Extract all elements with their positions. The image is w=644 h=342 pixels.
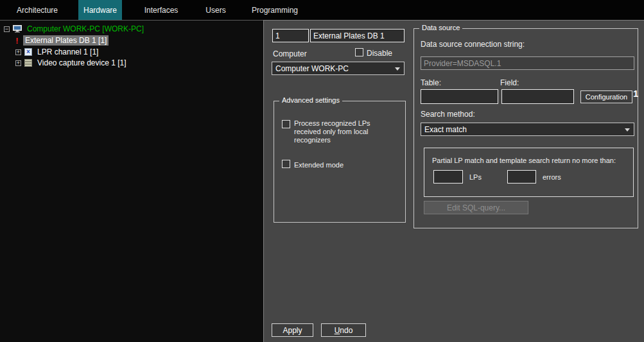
tab-users[interactable]: Users [200,0,231,20]
errors-limit-input[interactable] [507,170,536,184]
process-local-lps-checkbox[interactable] [282,120,290,128]
chevron-down-icon [395,67,400,71]
expand-toggle-icon[interactable]: + [15,60,21,66]
errors-label: errors [543,173,561,182]
partial-match-label: Partial LP match and template search ret… [432,157,616,165]
tree-item-label: Video capture device 1 [1] [35,58,128,68]
apply-button[interactable]: Apply [272,323,313,337]
menu-bar: Architecture Hardware Interfaces Users P… [0,0,644,20]
object-id-input[interactable] [272,29,309,42]
tree-item-lpr-channel[interactable]: + × LPR channel 1 [1] [15,47,100,57]
annotation-1: 1 [633,88,638,99]
tree-item-video-capture-device[interactable]: + Video capture device 1 [1] [15,58,128,68]
configuration-button[interactable]: Configuration [580,90,632,103]
tree-item-label: Computer WORK-PC [WORK-PC] [25,24,146,34]
search-method-label: Search method: [421,110,475,119]
undo-button[interactable]: Undo [321,323,366,337]
tree-item-computer[interactable]: − Computer WORK-PC [WORK-PC] [4,24,146,34]
tree-item-external-plates-db[interactable]: ! External Plates DB 1 [1] [14,35,109,46]
computer-icon [13,25,22,33]
application-window: Architecture Hardware Interfaces Users P… [0,0,644,342]
computer-select-value: Computer WORK-PC [275,64,349,73]
search-method-select[interactable]: Exact match [421,123,634,136]
field-input[interactable] [501,89,574,104]
video-device-icon [24,59,32,67]
tab-interfaces[interactable]: Interfaces [136,0,186,20]
disable-checkbox[interactable] [355,48,363,56]
object-name-input[interactable] [310,29,405,42]
table-input[interactable] [421,89,498,104]
lps-label: LPs [469,173,482,182]
computer-label: Computer [273,49,307,58]
table-label: Table: [421,78,441,87]
chevron-down-icon [625,128,630,132]
tab-architecture[interactable]: Architecture [12,0,63,20]
collapse-toggle-icon[interactable]: − [4,26,10,32]
error-exclamation-icon: ! [14,36,20,46]
field-label: Field: [500,78,519,87]
search-method-value: Exact match [424,125,467,134]
lpr-channel-icon: × [24,48,32,56]
connection-string-label: Data source connection string: [421,40,525,49]
undo-button-label: Undo [335,326,353,335]
advanced-settings-title: Advanced settings [279,96,342,104]
tab-programming[interactable]: Programming [249,0,300,20]
advanced-settings-group: Advanced settings Process recognized LPs… [274,101,406,223]
settings-panel: Computer Disable Computer WORK-PC Advanc… [263,20,644,342]
partial-match-group: Partial LP match and template search ret… [424,148,634,197]
computer-select[interactable]: Computer WORK-PC [272,62,405,75]
data-source-title: Data source [419,24,462,31]
extended-mode-label: Extended mode [294,161,344,169]
expand-toggle-icon[interactable]: + [15,49,21,55]
tab-hardware[interactable]: Hardware [78,0,122,20]
process-local-lps-label: Process recognized LPs received only fro… [294,119,392,144]
lps-limit-input[interactable] [433,170,463,184]
edit-sql-query-button: Edit SQL-query... [424,201,528,214]
data-source-group: Data source Data source connection strin… [413,28,638,228]
extended-mode-checkbox[interactable] [282,160,290,168]
tree-item-label: LPR channel 1 [1] [35,47,100,57]
connection-string-input [421,56,634,70]
device-tree: − Computer WORK-PC [WORK-PC] ! External … [0,20,263,342]
tree-item-label: External Plates DB 1 [1] [23,35,109,46]
disable-label: Disable [367,49,392,58]
